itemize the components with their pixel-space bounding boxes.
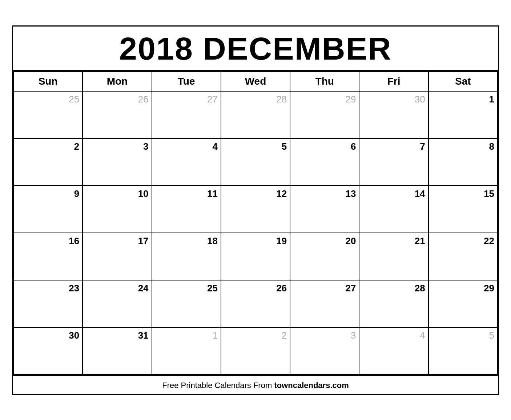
day-header-sun: Sun xyxy=(13,72,83,91)
calendar-cell: 18 xyxy=(152,233,221,280)
week-row-6: 303112345 xyxy=(13,327,498,375)
day-header-tue: Tue xyxy=(152,72,221,91)
calendar-title: 2018 DECEMBER xyxy=(13,27,498,71)
week-row-3: 9101112131415 xyxy=(13,186,498,233)
day-header-sat: Sat xyxy=(428,72,498,91)
calendar-cell: 9 xyxy=(13,186,83,233)
calendar-cell: 29 xyxy=(290,91,359,138)
calendar-cell: 17 xyxy=(83,233,152,280)
days-header-row: SunMonTueWedThuFriSat xyxy=(13,72,498,91)
calendar-cell: 29 xyxy=(428,280,498,327)
calendar-cell: 16 xyxy=(13,233,83,280)
calendar-cell: 25 xyxy=(13,91,83,138)
day-header-fri: Fri xyxy=(359,72,428,91)
calendar-cell: 4 xyxy=(152,138,221,186)
calendar-cell: 28 xyxy=(359,280,428,327)
calendar-cell: 24 xyxy=(83,280,152,327)
calendar-cell: 10 xyxy=(83,186,152,233)
day-header-thu: Thu xyxy=(290,72,359,91)
calendar-cell: 5 xyxy=(428,327,498,375)
calendar-cell: 23 xyxy=(13,280,83,327)
calendar-cell: 2 xyxy=(221,327,290,375)
calendar-cell: 19 xyxy=(221,233,290,280)
calendar-cell: 14 xyxy=(359,186,428,233)
calendar-cell: 4 xyxy=(359,327,428,375)
calendar-cell: 15 xyxy=(428,186,498,233)
calendar-cell: 11 xyxy=(152,186,221,233)
footer-bold-text: towncalendars.com xyxy=(274,381,349,390)
footer-normal-text: Free Printable Calendars From xyxy=(162,381,274,390)
calendar-cell: 26 xyxy=(221,280,290,327)
calendar-cell: 6 xyxy=(290,138,359,186)
calendar-cell: 31 xyxy=(83,327,152,375)
calendar-cell: 30 xyxy=(13,327,83,375)
calendar-cell: 26 xyxy=(83,91,152,138)
calendar-cell: 8 xyxy=(428,138,498,186)
calendar-cell: 30 xyxy=(359,91,428,138)
calendar-cell: 28 xyxy=(221,91,290,138)
week-row-1: 2526272829301 xyxy=(13,91,498,138)
calendar-cell: 12 xyxy=(221,186,290,233)
calendar-footer: Free Printable Calendars From towncalend… xyxy=(13,375,498,394)
calendar-table: SunMonTueWedThuFriSat 252627282930123456… xyxy=(13,71,498,375)
day-header-mon: Mon xyxy=(83,72,152,91)
calendar-container: 2018 DECEMBER SunMonTueWedThuFriSat 2526… xyxy=(12,25,499,395)
week-row-2: 2345678 xyxy=(13,138,498,186)
calendar-cell: 2 xyxy=(13,138,83,186)
calendar-cell: 5 xyxy=(221,138,290,186)
calendar-cell: 21 xyxy=(359,233,428,280)
calendar-cell: 1 xyxy=(152,327,221,375)
calendar-cell: 3 xyxy=(290,327,359,375)
calendar-cell: 22 xyxy=(428,233,498,280)
calendar-cell: 27 xyxy=(152,91,221,138)
day-header-wed: Wed xyxy=(221,72,290,91)
calendar-cell: 25 xyxy=(152,280,221,327)
calendar-cell: 7 xyxy=(359,138,428,186)
week-row-4: 16171819202122 xyxy=(13,233,498,280)
calendar-cell: 27 xyxy=(290,280,359,327)
calendar-cell: 3 xyxy=(83,138,152,186)
calendar-cell: 1 xyxy=(428,91,498,138)
calendar-cell: 20 xyxy=(290,233,359,280)
week-row-5: 23242526272829 xyxy=(13,280,498,327)
calendar-cell: 13 xyxy=(290,186,359,233)
